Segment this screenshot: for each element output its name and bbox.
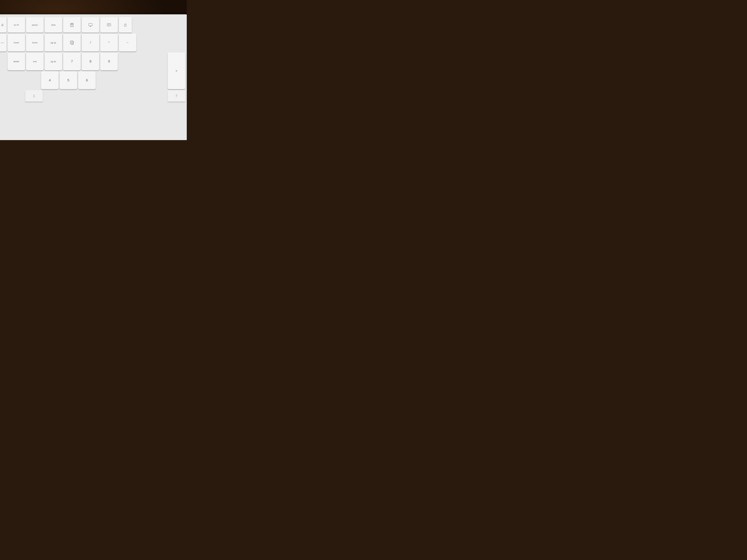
pg-dn-label: pg dn bbox=[51, 60, 56, 63]
delete-key[interactable]: delete bbox=[7, 53, 25, 70]
pg-up-key[interactable]: pg up bbox=[45, 34, 62, 51]
num5-label: 5 bbox=[68, 78, 69, 82]
num9-key[interactable]: 9 bbox=[100, 53, 118, 70]
monitor-icon bbox=[88, 23, 93, 27]
clear-key[interactable]: clear bbox=[45, 17, 62, 32]
num7-label: 7 bbox=[71, 59, 73, 63]
bottom-row: 1 7 bbox=[0, 90, 185, 102]
insert-label: insert bbox=[14, 42, 19, 44]
middle-num-row: 4 5 6 bbox=[0, 72, 166, 89]
delete-label: delete bbox=[14, 60, 19, 63]
pg-up-label: pg up bbox=[51, 42, 56, 44]
svg-point-5 bbox=[71, 26, 72, 26]
chat-key[interactable] bbox=[100, 17, 118, 32]
num8-label: 8 bbox=[89, 59, 92, 63]
pause-key[interactable]: pause bbox=[26, 17, 44, 32]
pg-dn-key[interactable]: pg dn bbox=[45, 53, 62, 70]
paste-key[interactable] bbox=[63, 34, 81, 51]
svg-rect-1 bbox=[71, 24, 73, 24]
divide-key[interactable]: / bbox=[82, 34, 99, 51]
num5-key[interactable]: 5 bbox=[60, 72, 77, 89]
clear-label: clear bbox=[51, 24, 56, 26]
lock-icon bbox=[124, 23, 127, 27]
svg-point-7 bbox=[72, 26, 73, 26]
svg-point-2 bbox=[71, 25, 72, 25]
dash-key[interactable]: — bbox=[0, 34, 6, 51]
svg-rect-8 bbox=[89, 23, 92, 26]
numpad-minus-label: − bbox=[127, 41, 129, 45]
svg-rect-14 bbox=[124, 25, 126, 26]
clipboard-icon bbox=[70, 40, 74, 45]
display-key[interactable] bbox=[82, 17, 99, 32]
home-label: home bbox=[32, 42, 37, 44]
multiply-label: * bbox=[108, 41, 110, 45]
num4-label: 4 bbox=[49, 78, 51, 82]
num9-label: 9 bbox=[108, 59, 110, 63]
keyboard-body: 🖨 scr lk pause clear bbox=[0, 15, 187, 140]
num7-key[interactable]: 7 bbox=[63, 53, 81, 70]
plus-label: + bbox=[176, 69, 178, 73]
num1-partial-key[interactable]: 1 bbox=[25, 90, 43, 102]
divide-label: / bbox=[90, 41, 91, 45]
wood-surface: 🖨 scr lk pause clear bbox=[0, 0, 187, 140]
pause-label: pause bbox=[32, 24, 38, 26]
svg-rect-11 bbox=[107, 24, 111, 26]
delete-row: delete end pg dn 7 8 9 + bbox=[0, 53, 185, 70]
lock-key[interactable] bbox=[119, 17, 132, 32]
end-key[interactable]: end bbox=[26, 53, 44, 70]
end-label: end bbox=[33, 60, 36, 63]
home-key[interactable]: home bbox=[26, 34, 44, 51]
chat-icon bbox=[107, 23, 111, 27]
calculator-key[interactable] bbox=[63, 17, 81, 32]
num6-label: 6 bbox=[86, 78, 88, 82]
insert-key[interactable]: insert bbox=[7, 34, 25, 51]
numpad-minus-key[interactable]: − bbox=[119, 34, 136, 51]
num8-key[interactable]: 8 bbox=[82, 53, 99, 70]
function-row: 🖨 scr lk pause clear bbox=[0, 17, 185, 32]
scr-lk-key[interactable]: scr lk bbox=[7, 17, 25, 32]
num1-partial-label: 1 bbox=[33, 94, 35, 98]
scr-lk-label: scr lk bbox=[14, 24, 19, 26]
printer-icon: 🖨 bbox=[1, 23, 4, 27]
calculator-icon bbox=[70, 23, 74, 27]
dash-label: — bbox=[1, 41, 4, 45]
nav-row: — insert home pg up bbox=[0, 34, 185, 51]
num7-partial-key[interactable]: 7 bbox=[168, 90, 185, 102]
numpad-plus-key[interactable]: + bbox=[168, 53, 185, 89]
num4-key[interactable]: 4 bbox=[41, 72, 58, 89]
num6-key[interactable]: 6 bbox=[78, 72, 96, 89]
multiply-key[interactable]: * bbox=[100, 34, 118, 51]
num7-partial-label: 7 bbox=[176, 94, 177, 98]
print-key[interactable]: 🖨 bbox=[0, 17, 6, 32]
svg-point-4 bbox=[72, 25, 73, 25]
